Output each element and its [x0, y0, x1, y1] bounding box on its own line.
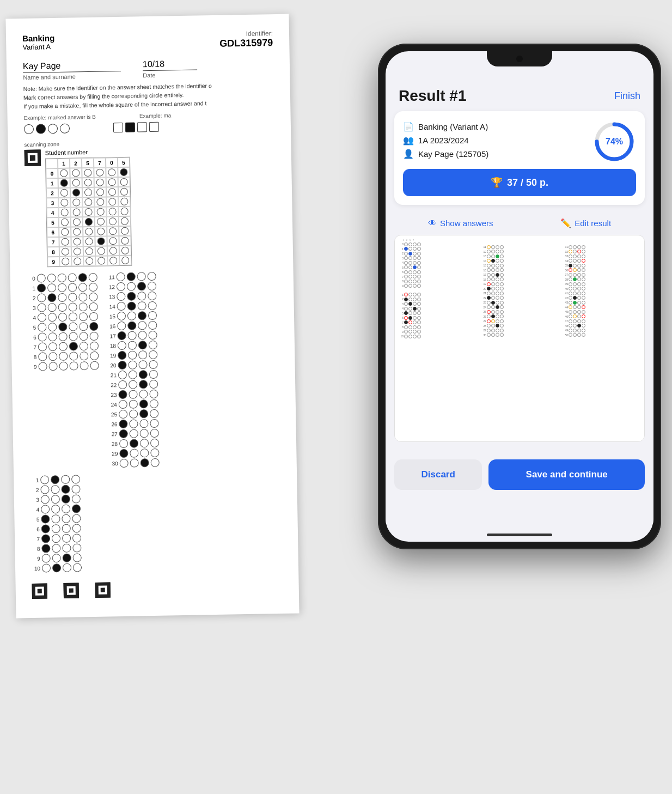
finish-button[interactable]: Finish — [614, 90, 640, 102]
action-row: 👁 Show answers ✏️ Edit result — [394, 211, 645, 235]
bubble-D — [60, 124, 70, 134]
percent-text: 74% — [606, 137, 623, 147]
student-number-label: Student number — [45, 148, 130, 156]
score-bar: 🏆 37 / 50 p. — [403, 169, 636, 196]
show-answers-label: Show answers — [440, 219, 493, 228]
bubble-C — [48, 124, 58, 134]
app-header: Result #1 Finish — [386, 78, 653, 111]
answer-col-11-30: 11 12 13 14 15 16 17 18 19 20 21 22 23 2… — [106, 272, 160, 468]
edit-result-button[interactable]: ✏️ Edit result — [560, 218, 611, 228]
answer-sheet: Banking Variant A Identifier: GDL315979 … — [5, 14, 299, 619]
group-icon: 👥 — [403, 135, 414, 146]
home-indicator[interactable] — [487, 534, 552, 536]
trophy-icon: 🏆 — [491, 177, 503, 189]
bottom-actions: Discard Save and continue — [386, 451, 653, 523]
score-text: 37 / 50 p. — [507, 177, 548, 189]
bubble-A — [24, 124, 34, 134]
sheet-thumbnail: 1 2 5 7 0 1 2 3 4 5 6 7 8 — [394, 235, 645, 442]
subject-text: Banking (Variant A) — [418, 122, 488, 131]
class-text: 1A 2023/2024 — [418, 136, 469, 145]
answer-col-short: 1 2 3 4 5 6 7 8 9 10 — [30, 475, 82, 573]
bubble-sq-C — [137, 122, 147, 132]
phone-screen: Result #1 Finish 📄 Banking (Variant A) 👥… — [386, 51, 653, 542]
eye-icon: 👁 — [428, 219, 437, 228]
app-title: Result #1 — [399, 87, 467, 105]
discard-button[interactable]: Discard — [394, 459, 482, 490]
student-text: Kay Page (125705) — [418, 149, 488, 159]
student-number-grid: 1 2 5 7 0 5 0 1 2 3 4 5 6 7 8 9 — [45, 157, 132, 268]
id-value: GDL315979 — [219, 37, 273, 50]
date-label: Date — [143, 71, 197, 78]
progress-circle: 74% — [592, 120, 636, 163]
person-icon: 👤 — [403, 149, 414, 159]
pencil-icon: ✏️ — [560, 218, 571, 228]
show-answers-button[interactable]: 👁 Show answers — [428, 218, 493, 228]
edit-result-label: Edit result — [575, 219, 611, 228]
bubble-sq-A — [113, 123, 123, 132]
result-card: 📄 Banking (Variant A) 👥 1A 2023/2024 👤 K… — [394, 111, 645, 205]
sheet-title: Banking — [22, 33, 54, 43]
bubble-sq-D — [149, 122, 159, 132]
save-continue-button[interactable]: Save and continue — [488, 459, 645, 490]
note-text: Note: Make sure the identifier on the an… — [23, 81, 274, 111]
bubble-sq-B — [125, 123, 135, 132]
date-field: 10/18 — [143, 59, 197, 71]
name-label: Name and surname — [23, 72, 121, 81]
phone-frame: Result #1 Finish 📄 Banking (Variant A) 👥… — [378, 44, 661, 549]
bubble-B — [36, 124, 46, 134]
answer-col-0-9: 0 1 2 3 4 5 6 7 8 9 — [27, 273, 101, 469]
example1-label: Example: marked answer is B — [24, 114, 96, 121]
name-field: Kay Page — [23, 60, 121, 73]
qr-footer-3 — [95, 583, 111, 598]
example2-label: Example: ma — [139, 113, 172, 119]
phone-notch — [487, 51, 552, 66]
qr-mark-top — [25, 150, 41, 167]
qr-footer-2 — [64, 583, 79, 598]
document-icon: 📄 — [403, 122, 414, 132]
sheet-variant: Variant A — [22, 43, 54, 51]
phone-container: Result #1 Finish 📄 Banking (Variant A) 👥… — [378, 44, 661, 549]
qr-footer-1 — [32, 584, 47, 599]
